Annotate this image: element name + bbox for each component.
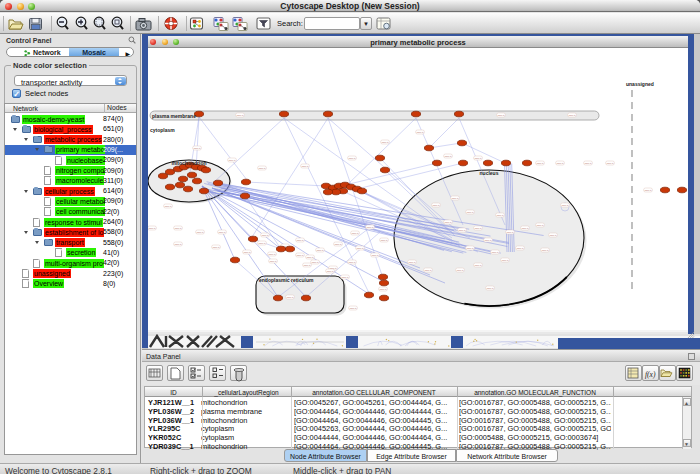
svg-text:(Ser-t): (Ser-t) — [351, 232, 358, 235]
svg-text:(Ser-t): (Ser-t) — [541, 249, 548, 252]
svg-text:endoplasmic reticulum: endoplasmic reticulum — [259, 277, 314, 283]
svg-text:(Ser-t): (Ser-t) — [379, 288, 386, 291]
svg-text:(Ser-t): (Ser-t) — [491, 251, 498, 254]
svg-text:(Ser-t): (Ser-t) — [474, 157, 481, 160]
svg-text:(Ser-t): (Ser-t) — [261, 234, 268, 237]
svg-text:(Ser-t): (Ser-t) — [474, 227, 481, 230]
svg-text:cytoplasm: cytoplasm — [150, 127, 175, 133]
svg-text:(Ser-t): (Ser-t) — [356, 247, 363, 250]
svg-text:(Ser-t): (Ser-t) — [228, 159, 235, 162]
svg-text:(Ser-t): (Ser-t) — [348, 261, 355, 264]
svg-text:(Ser-t): (Ser-t) — [164, 205, 171, 208]
svg-text:(Ser-t): (Ser-t) — [549, 234, 556, 237]
svg-text:(Ser-t): (Ser-t) — [334, 243, 341, 246]
svg-text:(Ser-t): (Ser-t) — [432, 204, 439, 207]
svg-text:(Ser-t): (Ser-t) — [268, 253, 275, 256]
svg-text:(Ser-t): (Ser-t) — [286, 296, 293, 299]
svg-text:(Ser-t): (Ser-t) — [316, 249, 323, 252]
svg-text:(Ser-t): (Ser-t) — [341, 276, 348, 279]
svg-text:(Ser-t): (Ser-t) — [456, 269, 463, 272]
svg-text:(Ser-t): (Ser-t) — [348, 157, 355, 160]
svg-text:(Ser-t): (Ser-t) — [296, 239, 303, 242]
svg-text:(Ser-t): (Ser-t) — [349, 307, 356, 310]
svg-text:(Ser-t): (Ser-t) — [474, 264, 481, 267]
svg-text:(Ser-t): (Ser-t) — [444, 155, 451, 158]
svg-text:(Ser-t): (Ser-t) — [269, 260, 276, 263]
svg-text:(Ser-t): (Ser-t) — [556, 162, 563, 165]
svg-text:(Ser-t): (Ser-t) — [466, 211, 473, 214]
svg-text:(Ser-t): (Ser-t) — [444, 221, 451, 224]
svg-text:(Ser-t): (Ser-t) — [381, 141, 388, 144]
svg-text:(Ser-t): (Ser-t) — [521, 227, 528, 230]
svg-text:(Ser-t): (Ser-t) — [486, 287, 493, 290]
svg-text:(Ser-t): (Ser-t) — [366, 226, 373, 229]
svg-text:(Ser-t): (Ser-t) — [416, 131, 423, 134]
svg-text:(Ser-t): (Ser-t) — [466, 247, 473, 250]
svg-text:plasma membrane: plasma membrane — [152, 113, 196, 119]
svg-text:(Ser-t): (Ser-t) — [212, 246, 219, 249]
svg-text:(Ser-t): (Ser-t) — [408, 261, 415, 264]
svg-text:(Ser-t): (Ser-t) — [296, 254, 303, 257]
svg-text:(Ser-t): (Ser-t) — [174, 243, 181, 246]
svg-text:unassigned: unassigned — [626, 81, 654, 87]
svg-text:mitochondrion: mitochondrion — [172, 160, 207, 166]
svg-text:(Ser-t): (Ser-t) — [484, 239, 491, 242]
svg-text:(Ser-t): (Ser-t) — [501, 259, 508, 262]
svg-text:(Ser-t): (Ser-t) — [424, 269, 431, 272]
svg-text:(Ser-t): (Ser-t) — [458, 229, 465, 232]
svg-text:(Ser-t): (Ser-t) — [243, 251, 250, 254]
svg-text:(Ser-t): (Ser-t) — [496, 214, 503, 217]
svg-text:(Ser-t): (Ser-t) — [148, 227, 155, 230]
svg-text:(Ser-t): (Ser-t) — [236, 114, 243, 117]
svg-text:(Ser-t): (Ser-t) — [174, 227, 181, 230]
svg-text:(Ser-t): (Ser-t) — [258, 242, 265, 245]
svg-text:(Ser-t): (Ser-t) — [326, 270, 333, 273]
svg-text:nucleus: nucleus — [480, 170, 499, 176]
svg-text:(Ser-t): (Ser-t) — [536, 162, 543, 165]
svg-text:(Ser-t): (Ser-t) — [258, 167, 265, 170]
svg-text:(Ser-t): (Ser-t) — [606, 162, 613, 165]
svg-text:(Ser-t): (Ser-t) — [303, 264, 310, 267]
svg-text:(Ser-t): (Ser-t) — [506, 231, 513, 234]
svg-text:(Ser-t): (Ser-t) — [196, 231, 203, 234]
svg-text:(Ser-t): (Ser-t) — [380, 239, 387, 242]
svg-text:(Ser-t): (Ser-t) — [218, 231, 225, 234]
svg-text:f(x): f(x) — [645, 370, 656, 379]
svg-text:(Ser-t): (Ser-t) — [584, 162, 591, 165]
svg-text:(Ser-t): (Ser-t) — [568, 114, 575, 117]
svg-text:(Ser-t): (Ser-t) — [497, 114, 504, 117]
svg-text:(Ser-t): (Ser-t) — [193, 147, 200, 150]
svg-text:(Ser-t): (Ser-t) — [306, 256, 313, 259]
svg-text:(Ser-t): (Ser-t) — [516, 247, 523, 250]
svg-text:(Ser-t): (Ser-t) — [301, 165, 308, 168]
svg-text:(Ser-t): (Ser-t) — [451, 197, 458, 200]
svg-text:(Ser-t): (Ser-t) — [371, 254, 378, 257]
svg-text:(Ser-t): (Ser-t) — [536, 224, 543, 227]
svg-text:(Ser-t): (Ser-t) — [644, 189, 651, 192]
svg-text:(Ser-t): (Ser-t) — [311, 261, 318, 264]
svg-text:(Ser-t): (Ser-t) — [561, 204, 568, 207]
